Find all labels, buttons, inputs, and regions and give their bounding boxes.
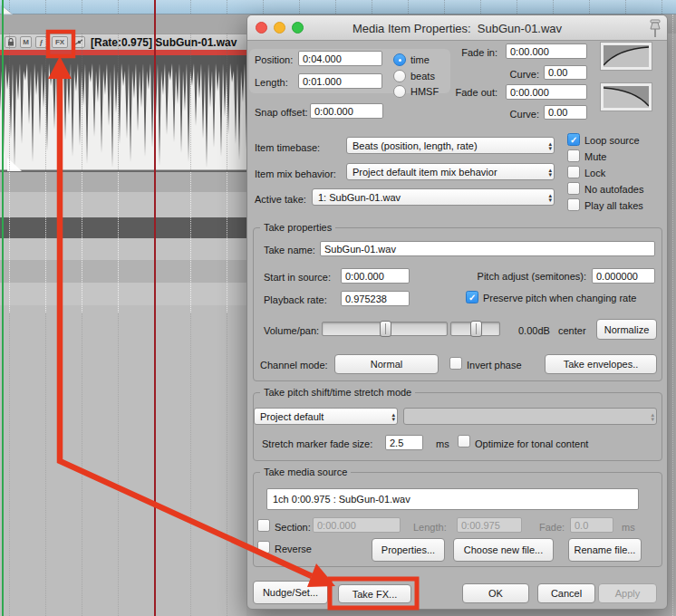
item-mix-select[interactable]: Project default item mix behavior <box>346 163 555 180</box>
take-envelopes-button[interactable]: Take envelopes.. <box>545 354 657 374</box>
gridline <box>263 0 264 14</box>
curve-in-label: Curve: <box>501 69 539 81</box>
playback-rate-input[interactable] <box>341 291 410 306</box>
stretch-marker-label: Stretch marker fade size: <box>262 438 372 450</box>
item-lock-button[interactable] <box>5 36 16 48</box>
item-mute-button[interactable]: M <box>20 36 32 48</box>
properties-button[interactable]: Properties... <box>372 538 445 562</box>
item-fx-button[interactable]: FX <box>52 36 68 48</box>
pitch-mode-group <box>253 392 662 461</box>
apply-button[interactable]: Apply <box>598 583 657 603</box>
gridline <box>118 34 119 172</box>
channel-mode-button[interactable]: Normal <box>334 354 439 374</box>
radio-hmsf[interactable] <box>393 85 406 98</box>
fade-in-input[interactable] <box>506 43 587 59</box>
optimize-tonal-label: Optimize for tonal content <box>475 438 588 450</box>
section-checkbox[interactable] <box>257 519 270 532</box>
gridline <box>480 0 481 14</box>
optimize-tonal-checkbox[interactable] <box>458 435 470 448</box>
ok-button[interactable]: OK <box>462 583 529 603</box>
gridline <box>9 172 10 313</box>
snap-offset-label: Snap offset: <box>255 107 308 119</box>
take-name-input[interactable] <box>320 241 655 256</box>
item-envelope-button[interactable] <box>73 36 85 48</box>
active-take-label: Active take: <box>255 194 306 206</box>
gridline <box>444 0 445 14</box>
no-autofades-label: No autofades <box>584 184 643 196</box>
invert-phase-checkbox[interactable] <box>449 357 462 370</box>
active-take-select[interactable]: 1: SubGun-01.wav <box>312 188 555 206</box>
timeline-ruler[interactable] <box>0 0 676 14</box>
dialog-title: Media Item Properties: SubGun-01.wav <box>247 22 667 35</box>
radio-time[interactable] <box>393 53 406 66</box>
snap-offset-input[interactable] <box>310 103 383 119</box>
pitch-adjust-input[interactable] <box>592 268 655 284</box>
no-autofades-checkbox[interactable] <box>567 182 580 195</box>
play-all-takes-checkbox[interactable] <box>567 198 580 211</box>
stretch-ms-label: ms <box>436 438 449 450</box>
track-row <box>0 260 246 283</box>
fade-in-label: Fade in: <box>454 47 497 59</box>
position-input[interactable] <box>298 51 382 66</box>
loop-source-label: Loop source <box>584 135 640 147</box>
mute-checkbox[interactable] <box>567 149 580 162</box>
mute-label: Mute <box>584 151 606 163</box>
loop-source-checkbox[interactable] <box>567 133 580 146</box>
fade-out-curve-button[interactable] <box>600 82 652 111</box>
section-length-input[interactable] <box>457 517 522 533</box>
nudge-set-button[interactable]: Nudge/Set... <box>253 581 328 604</box>
pan-slider-thumb[interactable] <box>470 321 482 337</box>
section-start-input[interactable] <box>313 517 401 533</box>
gridline <box>45 313 46 616</box>
lock-label: Lock <box>584 168 605 179</box>
gridline <box>372 0 372 14</box>
gridline <box>9 313 10 616</box>
curve-out-input[interactable] <box>544 105 587 120</box>
gridline <box>517 0 517 14</box>
waveform-item[interactable] <box>0 55 246 172</box>
stretch-marker-input[interactable] <box>385 435 423 450</box>
gridline <box>118 0 119 14</box>
normalize-button[interactable]: Normalize <box>596 319 657 340</box>
volume-slider-thumb[interactable] <box>380 321 391 337</box>
cancel-button[interactable]: Cancel <box>537 583 595 603</box>
playhead-red-line <box>154 0 156 616</box>
arrange-empty-area <box>0 305 246 616</box>
gridline <box>190 313 191 616</box>
gridline <box>408 0 409 14</box>
pitch-submode-select[interactable] <box>403 408 657 425</box>
pitch-mode-select[interactable]: Project default <box>254 408 398 425</box>
reaper-screen: M ƒ FX [Rate:0.975] SubGun-01.wav <box>0 0 676 616</box>
rename-file-button[interactable]: Rename file... <box>568 538 642 562</box>
volume-slider[interactable] <box>322 322 448 336</box>
preserve-pitch-checkbox[interactable] <box>466 291 478 303</box>
fade-out-input[interactable] <box>506 84 587 100</box>
pan-slider[interactable] <box>450 322 500 336</box>
pitch-mode-title: Take pitch shift/time stretch mode <box>260 387 415 399</box>
gridline <box>118 172 119 313</box>
dialog-titlebar[interactable]: Media Item Properties: SubGun-01.wav <box>247 15 667 41</box>
active-take-value: 1: SubGun-01.wav <box>318 192 401 203</box>
take-fx-button[interactable]: Take FX... <box>338 584 411 603</box>
gridline <box>625 0 626 14</box>
take-properties-title: Take properties <box>260 222 335 234</box>
curve-in-input[interactable] <box>544 65 587 80</box>
radio-beats[interactable] <box>393 70 406 82</box>
item-timebase-label: Item timebase: <box>255 142 320 154</box>
start-in-source-input[interactable] <box>341 268 410 284</box>
length-input[interactable] <box>298 73 382 89</box>
gridline <box>227 0 227 14</box>
chevron-up-down-icon <box>391 412 395 421</box>
track-row <box>0 238 246 260</box>
pin-icon[interactable] <box>647 19 663 39</box>
reverse-checkbox[interactable] <box>257 541 270 553</box>
fade-in-curve-button[interactable] <box>600 42 652 71</box>
section-fade-input[interactable] <box>570 517 613 533</box>
gridline <box>118 313 119 616</box>
lock-checkbox[interactable] <box>567 166 580 178</box>
gridline <box>9 34 10 172</box>
item-timebase-select[interactable]: Beats (position, length, rate) <box>346 137 555 154</box>
gridline <box>45 0 46 14</box>
choose-new-file-button[interactable]: Choose new file... <box>453 538 554 562</box>
channel-mode-label: Channel mode: <box>260 360 328 371</box>
